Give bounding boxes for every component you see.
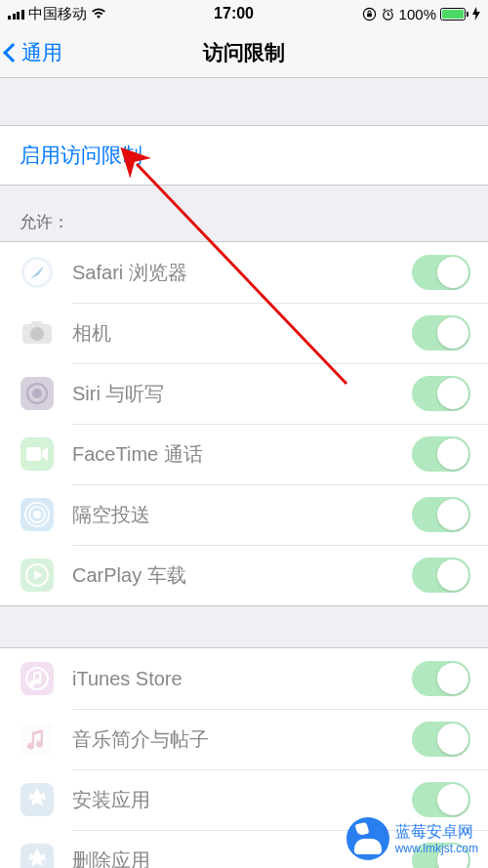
svg-rect-1 — [367, 13, 372, 17]
back-label: 通用 — [21, 39, 62, 66]
status-left: 中国移动 — [8, 5, 106, 23]
svg-line-5 — [383, 9, 385, 10]
allow-row-itunes: iTunes Store — [0, 648, 488, 709]
enable-label: 启用访问限制 — [20, 144, 142, 166]
remove-icon — [18, 841, 57, 868]
svg-rect-11 — [31, 321, 43, 326]
toggle-install[interactable] — [412, 782, 470, 817]
row-label: 相机 — [72, 320, 412, 347]
allow-row-airdrop: 隔空投送 — [0, 484, 488, 545]
airdrop-icon — [18, 495, 57, 534]
signal-icon — [8, 8, 24, 20]
orientation-lock-icon — [362, 7, 377, 21]
enable-restrictions-button[interactable]: 启用访问限制 — [0, 125, 488, 186]
toggle-facetime[interactable] — [412, 436, 470, 472]
section-header-allow: 允许： — [0, 186, 488, 241]
camera-icon — [18, 313, 57, 352]
watermark: 蓝莓安卓网 www.lmkjst.com — [346, 817, 478, 860]
allow-row-music: 音乐简介与帖子 — [0, 709, 488, 769]
status-bar: 中国移动 17:00 100% — [0, 0, 488, 27]
allow-row-safari: Safari 浏览器 — [0, 242, 488, 303]
back-button[interactable]: 通用 — [6, 27, 62, 77]
toggle-carplay[interactable] — [412, 558, 470, 593]
svg-point-10 — [30, 327, 44, 341]
status-time: 17:00 — [214, 5, 254, 22]
row-label: Siri 与听写 — [72, 381, 412, 407]
install-icon — [18, 780, 57, 819]
row-label: 安装应用 — [72, 787, 412, 813]
safari-icon — [18, 253, 57, 292]
battery-icon — [440, 8, 468, 21]
row-label: Safari 浏览器 — [72, 260, 412, 286]
svg-point-18 — [33, 511, 41, 518]
row-label: CarPlay 车载 — [72, 562, 412, 589]
toggle-safari[interactable] — [412, 255, 470, 290]
allow-row-carplay: CarPlay 车载 — [0, 545, 488, 605]
nav-bar: 通用 访问限制 — [0, 27, 488, 78]
carplay-icon — [18, 556, 57, 595]
siri-icon — [18, 374, 57, 413]
row-label: 隔空投送 — [72, 502, 412, 528]
battery-pct: 100% — [399, 6, 436, 22]
carrier-label: 中国移动 — [28, 5, 87, 23]
itunes-icon — [18, 659, 57, 698]
allow-row-siri: Siri 与听写 — [0, 363, 488, 424]
status-right: 100% — [362, 6, 480, 22]
svg-point-14 — [32, 389, 42, 398]
toggle-itunes[interactable] — [412, 661, 470, 696]
svg-line-6 — [390, 9, 392, 10]
allow-list-1: Safari 浏览器相机Siri 与听写FaceTime 通话隔空投送CarPl… — [0, 241, 488, 606]
allow-row-facetime: FaceTime 通话 — [0, 424, 488, 484]
toggle-siri[interactable] — [412, 376, 470, 411]
allow-row-camera: 相机 — [0, 303, 488, 363]
facetime-icon — [18, 434, 57, 474]
toggle-airdrop[interactable] — [412, 497, 470, 532]
charging-icon — [472, 7, 480, 21]
watermark-url: www.lmkjst.com — [395, 842, 478, 855]
music-icon — [18, 720, 57, 759]
page-title: 访问限制 — [203, 39, 285, 66]
watermark-icon — [346, 817, 389, 860]
watermark-title: 蓝莓安卓网 — [395, 822, 478, 841]
row-label: FaceTime 通话 — [72, 441, 412, 468]
alarm-icon — [381, 7, 395, 21]
svg-rect-25 — [20, 723, 54, 756]
svg-rect-16 — [26, 447, 41, 461]
toggle-camera[interactable] — [412, 315, 470, 351]
row-label: 音乐简介与帖子 — [72, 726, 412, 753]
row-label: iTunes Store — [72, 668, 412, 690]
chevron-left-icon — [3, 43, 22, 62]
toggle-music[interactable] — [412, 722, 470, 757]
wifi-icon — [91, 8, 106, 20]
